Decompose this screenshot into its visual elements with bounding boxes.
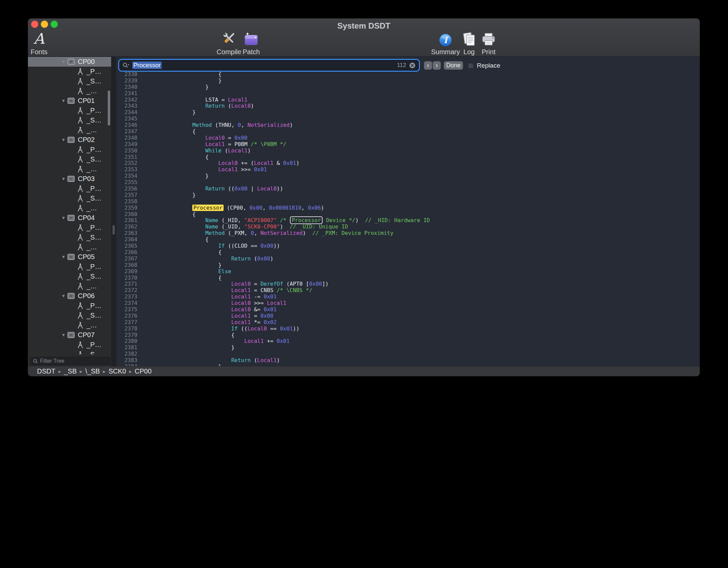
fonts-button[interactable]: A Fonts	[28, 29, 54, 56]
line-number: 2346	[116, 122, 137, 129]
code-line: 2377 Local1 *= 0x02	[116, 319, 700, 326]
tree-subitem[interactable]: _…	[28, 203, 111, 213]
code-line: 2343 Return (Local0)	[116, 103, 700, 109]
disclosure-triangle-icon[interactable]: ▼	[61, 176, 67, 181]
tree-subitem[interactable]: _…	[28, 86, 111, 96]
code-text: Local1 *= 0x02	[140, 319, 277, 326]
method-icon	[77, 195, 84, 202]
tree-subitem-label: _S…	[87, 194, 101, 202]
disclosure-triangle-icon[interactable]: ▼	[61, 59, 67, 64]
window-title: System DSDT	[28, 21, 700, 31]
disclosure-triangle-icon[interactable]: ▼	[61, 98, 67, 103]
next-match-button[interactable]: ›	[433, 61, 441, 70]
breadcrumb-separator-icon: ▸	[58, 368, 61, 375]
code-text: Local0 = 0x00	[140, 135, 247, 141]
tree-item-cp01[interactable]: ▼CP01	[28, 96, 111, 106]
code-line: 2340 }	[116, 84, 700, 91]
disclosure-triangle-icon[interactable]: ▼	[61, 293, 67, 298]
code-line: 2362 Name (_UID, "SCK0-CP00") // _UID: U…	[116, 224, 700, 230]
tree-subitem[interactable]: _…	[28, 242, 111, 252]
tree-subitem[interactable]: _S…	[28, 193, 111, 203]
tree-item-cp02[interactable]: ▼CP02	[28, 135, 111, 145]
tree-subitem[interactable]: _S…	[28, 76, 111, 86]
line-number: 2344	[116, 109, 137, 116]
tree-subitem[interactable]: _S…	[28, 154, 111, 164]
sidebar-scrollbar[interactable]	[108, 91, 110, 126]
print-button[interactable]: Print	[473, 29, 504, 56]
code-text: }	[140, 173, 208, 179]
tree-subitem[interactable]: _S…	[28, 311, 111, 320]
patch-icon	[243, 32, 259, 46]
tree-subitem-label: _S…	[87, 116, 101, 124]
pane-splitter[interactable]	[111, 57, 116, 366]
line-number: 2348	[116, 135, 137, 141]
method-icon	[77, 68, 84, 75]
tree-subitem[interactable]: _S…	[28, 115, 111, 125]
find-input[interactable]: Processor 112	[120, 60, 419, 70]
breadcrumb-item[interactable]: DSDT	[37, 367, 55, 375]
method-icon	[77, 87, 84, 95]
print-label: Print	[482, 48, 495, 56]
tree-subitem[interactable]: _P…	[28, 106, 111, 115]
breadcrumb-item[interactable]: SCK0	[108, 367, 126, 375]
method-icon	[77, 146, 84, 153]
code-line: 2346 Method (THNU, 0, NotSerialized)	[116, 122, 700, 129]
disclosure-triangle-icon[interactable]: ▼	[61, 254, 67, 259]
previous-match-button[interactable]: ‹	[424, 61, 432, 70]
splitter-handle-icon[interactable]	[112, 225, 115, 235]
breadcrumb-item[interactable]: _SB	[64, 367, 77, 375]
done-button[interactable]: Done	[444, 61, 463, 70]
filter-tree-placeholder: Filter Tree	[40, 358, 64, 364]
code-line: 2354 }	[116, 173, 700, 179]
clear-search-button[interactable]	[409, 62, 416, 69]
find-match-count: 112	[397, 62, 406, 69]
tree-item-cp00[interactable]: ▼CP00	[28, 57, 111, 67]
breadcrumb-separator-icon: ▸	[80, 368, 82, 375]
scope-icon	[67, 176, 75, 182]
tree-subitem[interactable]: _…	[28, 164, 111, 174]
replace-checkbox[interactable]	[468, 63, 474, 69]
tree-subitem[interactable]: _P…	[28, 223, 111, 233]
editor-pane[interactable]: Processor 112 ‹ › Done Replace 2338 {233…	[116, 57, 700, 366]
patch-button[interactable]: Patch	[236, 29, 266, 56]
tree-item-cp07[interactable]: ▼CP07	[28, 330, 111, 340]
tree-item-cp04[interactable]: ▼CP04	[28, 213, 111, 223]
line-number: 2345	[116, 116, 137, 122]
tree-subitem[interactable]: _P…	[28, 301, 111, 311]
tree-subitem[interactable]: _P…	[28, 145, 111, 154]
disclosure-triangle-icon[interactable]: ▼	[61, 332, 67, 338]
code-text: Return (0x00)	[140, 256, 273, 262]
line-number: 2368	[116, 262, 137, 269]
tree-item-cp05[interactable]: ▼CP05	[28, 252, 111, 262]
tree-item-cp06[interactable]: ▼CP06	[28, 291, 111, 301]
tree-subitem[interactable]: _P…	[28, 262, 111, 272]
print-icon	[481, 32, 496, 46]
line-number: 2367	[116, 256, 137, 262]
line-number: 2350	[116, 148, 137, 154]
line-number: 2342	[116, 97, 137, 103]
breadcrumb-item[interactable]: \_SB	[85, 367, 100, 375]
code-area[interactable]: 2338 {2339 }2340 }23412342 LSTA = Local1…	[116, 71, 700, 366]
tree-subitem-label: _…	[87, 321, 97, 329]
compile-icon	[221, 30, 237, 46]
tree-subitem[interactable]: _S…	[28, 272, 111, 281]
patch-label: Patch	[242, 48, 260, 56]
disclosure-triangle-icon[interactable]: ▼	[61, 215, 67, 220]
tree-subitem[interactable]: _P…	[28, 184, 111, 193]
tree-subitem[interactable]: _S…	[28, 350, 111, 354]
title-bar[interactable]: System DSDT A Fonts	[28, 19, 700, 57]
tree-subitem[interactable]: _…	[28, 281, 111, 291]
disclosure-triangle-icon[interactable]: ▼	[61, 137, 67, 142]
line-number: 2362	[116, 224, 137, 230]
app-window: System DSDT A Fonts	[28, 19, 700, 376]
tree-subitem[interactable]: _P…	[28, 340, 111, 350]
filter-tree-input[interactable]: Filter Tree	[30, 357, 110, 365]
tree-subitem[interactable]: _P…	[28, 67, 111, 76]
tree-item-cp03[interactable]: ▼CP03	[28, 174, 111, 184]
method-icon	[77, 302, 84, 309]
clear-search-icon	[409, 62, 416, 69]
tree-subitem[interactable]: _…	[28, 125, 111, 135]
breadcrumb-item[interactable]: CP00	[135, 367, 152, 375]
tree-subitem[interactable]: _…	[28, 320, 111, 330]
tree-subitem[interactable]: _S…	[28, 233, 111, 242]
